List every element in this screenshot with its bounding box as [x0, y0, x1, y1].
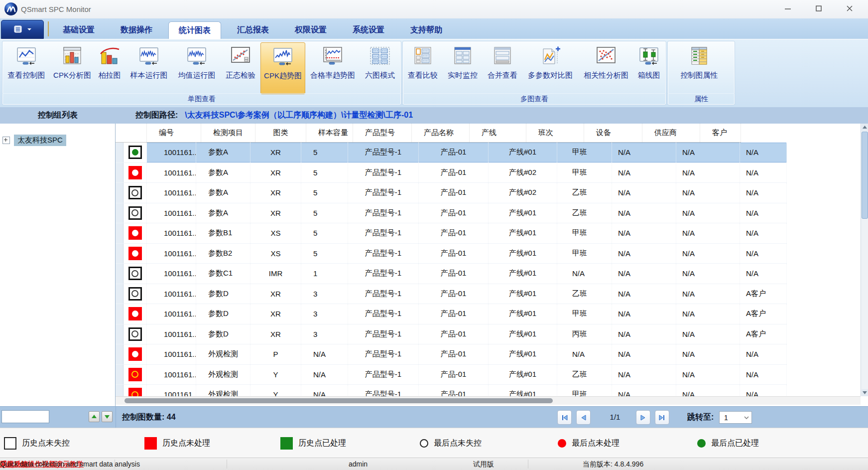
- menu-tab-3[interactable]: 统计图表: [168, 21, 221, 39]
- merge-view-icon: [492, 46, 513, 68]
- table-row-12[interactable]: 1001161...外观检测YN/A产品型号-1产品-01产线#01乙班N/AN…: [116, 365, 787, 385]
- boxplot-icon: [638, 46, 660, 68]
- table-row-5[interactable]: 1001161...参数B1XS5产品型号-1产品-01产线#01甲班N/AN/…: [116, 223, 787, 244]
- table-cell: 1001161...: [147, 264, 196, 284]
- app-menu-button[interactable]: [1, 20, 44, 39]
- row-gutter: [116, 183, 124, 203]
- ribbon-group-3: 控制图属性属性: [667, 41, 735, 105]
- table-header-cell-11[interactable]: 客户: [700, 124, 741, 142]
- table-row-10[interactable]: 1001161...参数DXR3产品型号-1产品-01产线#01丙班N/AN/A…: [116, 324, 787, 345]
- table-row-4[interactable]: 1001161...参数AXR5产品型号-1产品-01产线#01乙班N/AN/A…: [116, 203, 787, 224]
- maximize-icon[interactable]: [803, 0, 834, 17]
- table-header-cell-10[interactable]: 供应商: [642, 124, 700, 142]
- expand-plus-icon[interactable]: [2, 137, 10, 144]
- row-status-cell: [124, 203, 147, 223]
- spinner-down-icon[interactable]: [102, 411, 113, 422]
- menu-tab-4[interactable]: 汇总报表: [227, 21, 279, 38]
- table-row-8[interactable]: 1001161...参数DXR3产品型号-1产品-01产线#01乙班N/AN/A…: [116, 284, 787, 305]
- table-header-cell-2[interactable]: 检测项目: [201, 124, 255, 142]
- menu-tab-6[interactable]: 系统设置: [343, 21, 394, 38]
- table-cell: 产品-01: [419, 365, 489, 385]
- ribbon-button-view-control-chart[interactable]: 查看控制图: [2, 42, 50, 94]
- table-row-7[interactable]: 1001161...参数C1IMR1产品型号-1产品-01产线#01N/AN/A…: [116, 264, 787, 284]
- ribbon-button-pareto[interactable]: 柏拉图: [94, 42, 125, 94]
- ribbon-button-mean-run[interactable]: 均值运行图: [173, 42, 221, 94]
- chevron-down-icon: [744, 415, 749, 420]
- ribbon-button-cpk-trend[interactable]: CPK趋势图: [260, 42, 305, 94]
- row-status-cell: [124, 143, 147, 162]
- ribbon-button-normality-test[interactable]: 正态检验: [221, 42, 260, 94]
- table-cell: N/A: [301, 365, 348, 385]
- table-cell: 5: [301, 183, 348, 203]
- table-header-cell-3[interactable]: 图类: [255, 124, 306, 142]
- red-square-yellow-ring-icon: [128, 388, 142, 396]
- hscroll-thumb[interactable]: [124, 398, 553, 403]
- spinner-up-icon[interactable]: [89, 411, 100, 422]
- menu-tab-5[interactable]: 权限设置: [285, 21, 337, 38]
- ribbon-button-view-compare[interactable]: 查看比较: [403, 42, 443, 94]
- menu-tab-7[interactable]: 支持帮助: [400, 21, 452, 38]
- ribbon-button-control-chart-properties[interactable]: 控制图属性: [668, 42, 731, 94]
- table-row-2[interactable]: 1001161...参数AXR5产品型号-1产品-01产线#02甲班N/AN/A…: [116, 163, 787, 183]
- table-header-cell-6[interactable]: 产品名称: [412, 124, 470, 142]
- horizontal-scrollbar[interactable]: [116, 396, 861, 405]
- correlation-analysis-icon: [595, 46, 617, 68]
- ribbon-button-multi-param-compare[interactable]: 多参数对比图: [522, 42, 578, 94]
- scroll-down-icon[interactable]: [862, 389, 868, 396]
- prev-page-icon[interactable]: [576, 410, 591, 425]
- table-header-cell-4[interactable]: 样本容量: [306, 124, 353, 142]
- table-row-6[interactable]: 1001161...参数B2XS5产品型号-1产品-01产线#01甲班N/AN/…: [116, 244, 787, 264]
- table-cell: N/A: [740, 385, 787, 396]
- table-cell: N/A: [740, 223, 787, 243]
- menu-tab-1[interactable]: 基础设置: [53, 21, 105, 38]
- scroll-up-icon[interactable]: [862, 124, 868, 131]
- row-gutter: [116, 304, 124, 324]
- table-header-cell-1[interactable]: 编号: [147, 124, 201, 142]
- table-header-cell-9[interactable]: 设备: [584, 124, 642, 142]
- legend-item-6: 最后点已处理: [697, 428, 759, 458]
- ribbon-button-boxplot[interactable]: 箱线图: [634, 42, 664, 94]
- vscroll-thumb[interactable]: [862, 132, 868, 219]
- ribbon-button-realtime-monitor[interactable]: 实时监控: [443, 42, 483, 94]
- table-header-cell-8[interactable]: 班次: [526, 124, 584, 142]
- ribbon-button-pass-rate-trend[interactable]: 合格率趋势图: [305, 42, 360, 94]
- table-row-3[interactable]: 1001161...参数AXR5产品型号-1产品-01产线#02乙班N/AN/A…: [116, 183, 787, 203]
- table-cell: 产品-01: [419, 203, 489, 223]
- main-area: 太友科技SPC 编号检测项目图类样本容量产品型号产品名称产线班次设备供应商客户 …: [0, 124, 868, 406]
- minimize-icon[interactable]: [772, 0, 803, 17]
- table-row-9[interactable]: 1001161...参数DXR3产品型号-1产品-01产线#01甲班N/AN/A…: [116, 304, 787, 324]
- table-cell: N/A: [676, 183, 740, 203]
- ribbon-button-sample-run[interactable]: 样本运行图: [125, 42, 173, 94]
- table-cell: Y: [250, 365, 301, 385]
- tree-node-root[interactable]: 太友科技SPC: [2, 135, 115, 146]
- tree-node-label[interactable]: 太友科技SPC: [14, 135, 66, 146]
- filter-input[interactable]: [1, 410, 49, 423]
- last-page-icon[interactable]: [655, 410, 669, 425]
- first-page-icon[interactable]: [557, 410, 572, 425]
- ribbon-button-merge-view[interactable]: 合并查看: [483, 42, 522, 94]
- divider: [116, 407, 116, 428]
- table-row-1[interactable]: 1001161...参数AXR5产品型号-1产品-01产线#01甲班N/AN/A…: [116, 143, 787, 163]
- table-row-11[interactable]: 1001161...外观检测PN/A产品型号-1产品-01产线#01N/AN/A…: [116, 344, 787, 365]
- table-cell: 甲班: [557, 304, 612, 324]
- menu-tab-2[interactable]: 数据操作: [111, 21, 162, 38]
- row-status-cell: [124, 365, 147, 385]
- table-header-cell-7[interactable]: 产线: [470, 124, 526, 142]
- realtime-monitor-icon: [452, 46, 474, 68]
- legend-label: 最后点未失控: [434, 438, 482, 449]
- close-icon[interactable]: [834, 0, 865, 17]
- table-cell: N/A: [740, 183, 787, 203]
- ribbon-button-cpk-analysis[interactable]: CPK分析图: [50, 42, 94, 94]
- table-row-13[interactable]: 1001161外观检测YN/A产品型号-1产品-01产线#01甲班N/AN/AN…: [116, 385, 787, 396]
- jump-to-select[interactable]: 1: [719, 411, 752, 424]
- square-swatch-icon: [280, 437, 293, 450]
- vertical-scrollbar[interactable]: [861, 124, 868, 396]
- table-header-cell-5[interactable]: 产品型号: [353, 124, 412, 142]
- next-page-icon[interactable]: [636, 410, 650, 425]
- table-cell: XR: [250, 284, 301, 304]
- ribbon-button-correlation-analysis[interactable]: 相关性分析图: [578, 42, 634, 94]
- ribbon-button-six-chart-mode[interactable]: 六图模式: [360, 42, 400, 94]
- table-cell: 1001161...: [147, 344, 196, 364]
- table-cell: A客户: [740, 304, 787, 324]
- control-group-tree-panel: 太友科技SPC: [0, 124, 116, 406]
